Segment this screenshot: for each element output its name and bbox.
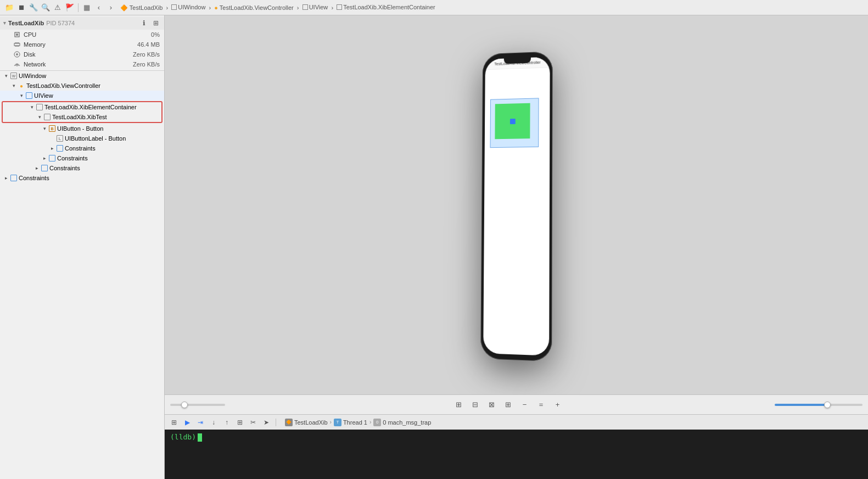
debug-app-label: TestLoadXib	[294, 419, 328, 426]
tree-arrow-xibtest	[36, 113, 43, 121]
constraints4-label: Constraints	[19, 175, 49, 181]
cpu-label: CPU	[24, 31, 36, 38]
xibtest-label: TestLoadXib.XibTest	[52, 114, 107, 120]
buttonlabel-icon: L	[56, 135, 64, 142]
vc-icon: ●	[18, 82, 25, 90]
tree-node-uiview[interactable]: UIView	[0, 91, 164, 101]
cpu-metric[interactable]: CPU 0%	[0, 30, 164, 40]
tree-node-button[interactable]: B UIButton - Button	[0, 124, 164, 133]
tree-arrow-container	[28, 103, 36, 111]
network-label: Network	[24, 61, 46, 68]
debug-frame-icon: 0	[373, 419, 381, 426]
debug-sep-1: ›	[330, 419, 332, 425]
folder-icon[interactable]: 📁	[4, 3, 14, 13]
step-in-btn[interactable]: ↓	[209, 417, 219, 427]
console-prompt: (lldb)	[170, 433, 196, 441]
constraints1-icon	[56, 144, 64, 152]
sidebar: ▾ TestLoadXib PID 57374 ℹ ⊞ CPU 0%	[0, 15, 165, 479]
equals-btn[interactable]: =	[535, 399, 547, 411]
inspect-icon[interactable]: ℹ	[139, 18, 149, 28]
frame-btn[interactable]: ⊞	[235, 417, 245, 427]
uiwindow-icon: W	[10, 72, 18, 80]
debug-sep1	[276, 419, 276, 426]
minus-btn[interactable]: −	[519, 399, 531, 411]
constraints2-label: Constraints	[57, 155, 88, 161]
more-icon[interactable]: ⊞	[151, 18, 161, 28]
memory-value: 46.4 MB	[137, 41, 160, 48]
network-value: Zero KB/s	[133, 61, 160, 68]
fit-height-btn[interactable]: ⊟	[469, 399, 481, 411]
tree-node-buttonlabel[interactable]: L UIButtonLabel - Button	[0, 133, 164, 143]
flag-icon[interactable]: 🚩	[65, 3, 75, 13]
tree-node-xibtest[interactable]: TestLoadXib.XibTest	[3, 112, 161, 122]
svg-rect-1	[16, 34, 18, 36]
disk-label: Disk	[24, 51, 35, 58]
grid-btn[interactable]: ⊞	[502, 399, 514, 411]
warning-icon[interactable]: ⚠	[53, 3, 63, 13]
nav-forward[interactable]: ›	[106, 3, 116, 13]
tree-arrow-uiview	[18, 92, 25, 99]
uiview-icon	[25, 92, 33, 99]
tree-node-container[interactable]: TestLoadXib.XibElementContainer	[3, 102, 161, 112]
zoom-thumb-right[interactable]	[824, 402, 831, 408]
layout-btn[interactable]: ⊠	[486, 399, 498, 411]
debug-frame: 0 0 mach_msg_trap	[373, 419, 431, 426]
tree-arrow-constraints4	[2, 174, 10, 182]
disk-metric[interactable]: Disk Zero KB/s	[0, 49, 164, 59]
disk-icon	[13, 51, 21, 58]
process-header-left: ▾ TestLoadXib PID 57374	[3, 20, 75, 26]
main-area: ▾ TestLoadXib PID 57374 ℹ ⊞ CPU 0%	[0, 15, 868, 479]
tree-node-constraints4[interactable]: Constraints	[0, 173, 164, 183]
process-name: TestLoadXib	[8, 20, 44, 26]
debug-toolbar: ⊞ ▶ ⇥ ↓ ↑ ⊞ ✂ ➤ 🔶 TestLoadXib › T Thread…	[165, 414, 868, 430]
memory-metric[interactable]: Memory 46.4 MB	[0, 40, 164, 49]
console-btn[interactable]: ⊞	[169, 417, 179, 427]
stop-icon[interactable]: ⏹	[16, 3, 26, 13]
zoom-track-left[interactable]	[170, 404, 225, 406]
xib-test-green	[495, 103, 530, 140]
xib-element-container	[490, 98, 539, 148]
tree-node-uiwindow[interactable]: W UIWindow	[0, 71, 164, 81]
process-header-icons: ℹ ⊞	[139, 18, 161, 28]
debug-thread-label: Thread 1	[343, 419, 367, 426]
disk-metric-left: Disk	[13, 51, 35, 58]
constraints1-label: Constraints	[65, 145, 96, 152]
network-metric-left: Network	[13, 60, 46, 68]
arrow-btn[interactable]: ➤	[261, 417, 271, 427]
process-pid: PID 57374	[46, 20, 75, 26]
uiview-label: UIView	[34, 92, 53, 99]
plus-btn[interactable]: +	[552, 399, 564, 411]
zoom-track-right[interactable]	[775, 404, 863, 406]
debug-thread-icon: T	[334, 419, 341, 426]
network-icon	[13, 60, 21, 68]
tree-node-constraints3[interactable]: Constraints	[0, 163, 164, 173]
tree-node-vc[interactable]: ● TestLoadXib.ViewController	[0, 81, 164, 91]
nav-back[interactable]: ‹	[94, 3, 104, 13]
fit-width-btn[interactable]: ⊞	[453, 399, 465, 411]
toolbar-separator	[78, 3, 79, 12]
debug-app-icon: 🔶	[285, 419, 293, 426]
build-icon[interactable]: 🔧	[29, 3, 38, 13]
container-label: TestLoadXib.XibElementContainer	[44, 104, 137, 110]
tree-arrow-button	[41, 125, 48, 132]
process-header[interactable]: ▾ TestLoadXib PID 57374 ℹ ⊞	[0, 16, 164, 30]
cpu-metric-left: CPU	[13, 31, 36, 38]
svg-rect-2	[14, 43, 20, 46]
search-icon[interactable]: 🔍	[41, 3, 51, 13]
console-cursor	[198, 433, 202, 442]
step-out-btn[interactable]: ↑	[222, 417, 232, 427]
tree-node-constraints2[interactable]: Constraints	[0, 153, 164, 163]
vc-label: TestLoadXib.ViewController	[26, 82, 100, 89]
step-over-btn[interactable]: ⇥	[195, 417, 205, 427]
tree-node-constraints1[interactable]: Constraints	[0, 143, 164, 153]
network-metric[interactable]: Network Zero KB/s	[0, 59, 164, 69]
scissors-btn[interactable]: ✂	[248, 417, 258, 427]
play-btn[interactable]: ▶	[182, 417, 192, 427]
layout-icon[interactable]: ▦	[82, 3, 92, 13]
tree-arrow-vc	[10, 82, 18, 90]
bottom-center-controls: ⊞ ⊟ ⊠ ⊞ − = +	[256, 399, 760, 411]
tree-section: W UIWindow ● TestLoadXib.ViewController …	[0, 71, 164, 479]
constraints3-icon	[41, 164, 48, 172]
zoom-thumb-left[interactable]	[181, 402, 188, 408]
bottom-bar: ⊞ ⊟ ⊠ ⊞ − = +	[165, 394, 868, 414]
